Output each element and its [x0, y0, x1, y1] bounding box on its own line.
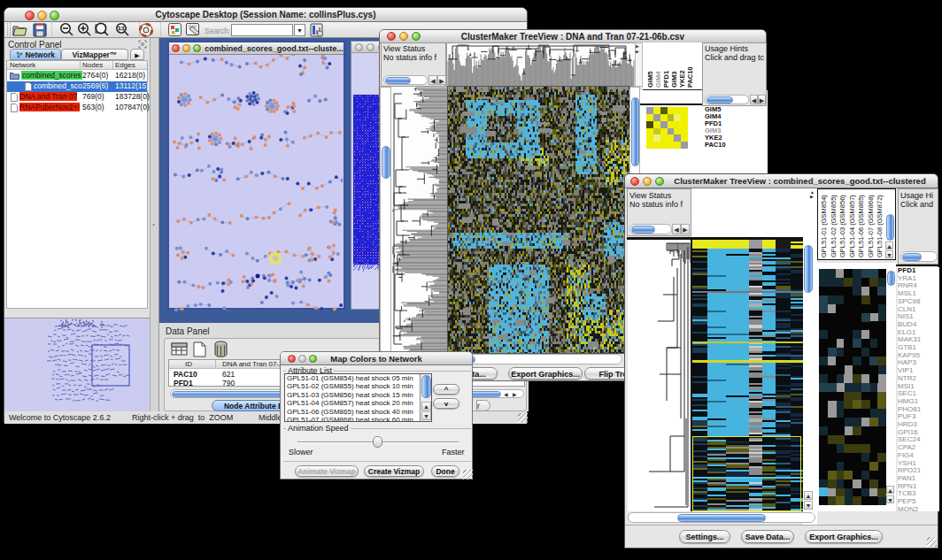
- svg-text:1:1: 1:1: [118, 26, 125, 31]
